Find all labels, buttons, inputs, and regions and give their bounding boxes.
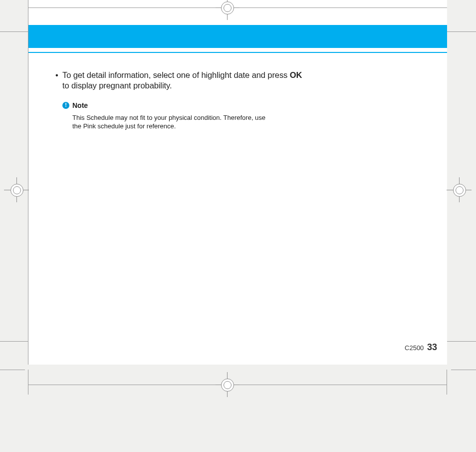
header-bar bbox=[28, 25, 447, 48]
crop-line bbox=[239, 7, 447, 8]
exclamation-glyph: ! bbox=[65, 102, 67, 108]
exclamation-icon: ! bbox=[62, 102, 69, 109]
bullet-text-suffix: to display pregnant probability. bbox=[62, 81, 172, 90]
page-footer: C2500 33 bbox=[405, 342, 437, 353]
bullet-dot: • bbox=[55, 70, 62, 91]
registration-mark-icon bbox=[215, 372, 239, 397]
crop-line bbox=[0, 31, 28, 32]
bullet-text: To get detail information, select one of… bbox=[62, 70, 305, 91]
crop-line bbox=[447, 370, 447, 395]
footer-model: C2500 bbox=[405, 344, 424, 352]
note-heading: ! Note bbox=[62, 101, 305, 109]
crop-line bbox=[28, 385, 216, 385]
bullet-text-bold: OK bbox=[290, 70, 302, 79]
crop-line bbox=[447, 31, 476, 32]
registration-mark-icon bbox=[4, 177, 29, 202]
crop-line bbox=[0, 341, 28, 342]
header-underline bbox=[28, 52, 447, 53]
note-block: ! Note This Schedule may not fit to your… bbox=[62, 101, 305, 131]
crop-line bbox=[28, 370, 28, 395]
footer-page-number: 33 bbox=[427, 342, 437, 352]
crop-line bbox=[447, 341, 476, 342]
registration-mark-icon bbox=[215, 0, 239, 20]
note-body: This Schedule may not fit to your physic… bbox=[72, 113, 267, 131]
note-label: Note bbox=[72, 101, 88, 109]
bullet-item: • To get detail information, select one … bbox=[55, 70, 305, 91]
manual-page: • To get detail information, select one … bbox=[28, 0, 447, 365]
registration-mark-icon bbox=[447, 177, 472, 202]
content-area: • To get detail information, select one … bbox=[55, 70, 305, 131]
crop-line bbox=[239, 385, 447, 385]
crop-line bbox=[28, 7, 216, 8]
bullet-text-prefix: To get detail information, select one of… bbox=[62, 70, 290, 79]
crop-line bbox=[451, 370, 476, 370]
crop-line bbox=[0, 370, 25, 370]
